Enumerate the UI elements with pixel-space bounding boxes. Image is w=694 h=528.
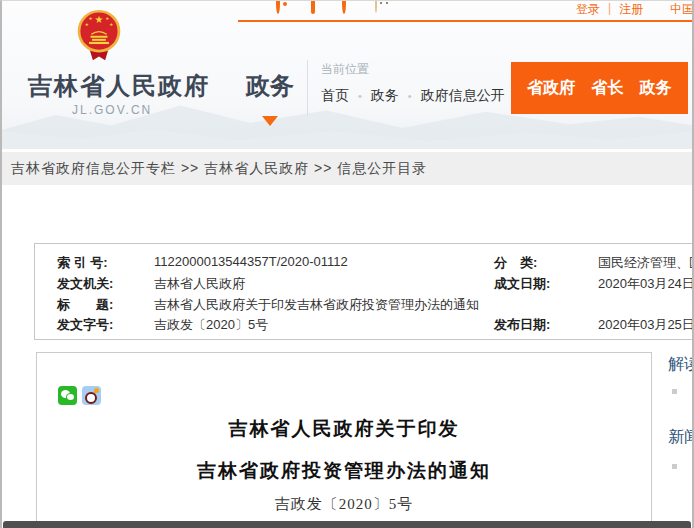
svg-text:★: ★ (105, 16, 109, 21)
site-domain: JL.GOV.CN (72, 103, 152, 117)
meta-label-doc-number: 发文字号: (57, 317, 113, 332)
meta-value-title: 吉林省人民政府关于印发吉林省政府投资管理办法的通知 (154, 297, 479, 312)
document-title-line2: 吉林省政府投资管理办法的通知 (37, 458, 651, 484)
login-link[interactable]: 登录 (576, 1, 600, 18)
meta-label-index: 索 引 号: (57, 255, 108, 270)
register-link[interactable]: 注册 (619, 1, 643, 18)
breadcrumb-zhengwu[interactable]: 政务 (371, 87, 399, 105)
window-bottom-edge (3, 521, 691, 528)
account-area: 登录 | 注册 (576, 1, 643, 18)
svg-text:★: ★ (89, 16, 93, 21)
document-meta-table: 索 引 号: 1122000013544357T/2020-01112 发文机关… (34, 243, 694, 340)
topbar-underline (238, 20, 694, 22)
meta-value-doc-number: 吉政发〔2020〕5号 (154, 317, 268, 332)
elder-mode-icon[interactable] (375, 0, 393, 13)
meta-value-publish-date: 2020年03月25日 (598, 317, 694, 332)
meta-label-written-date: 成文日期: (494, 276, 550, 291)
meta-value-written-date: 2020年03月24日 (598, 276, 694, 291)
document-title-line1: 吉林省人民政府关于印发 (37, 416, 651, 442)
meta-value-category: 国民经济管理、国有资产监管 (598, 255, 694, 270)
svg-text:★: ★ (85, 22, 89, 27)
svg-text:★: ★ (109, 22, 113, 27)
site-title[interactable]: 吉林省人民政府 (28, 70, 210, 102)
weibo-icon[interactable] (276, 0, 294, 13)
breadcrumb-separator-icon: • (408, 90, 412, 102)
mobile-icon[interactable] (309, 0, 327, 13)
document-number: 吉政发〔2020〕5号 (37, 495, 651, 514)
national-emblem-logo[interactable]: ★ ★ ★ ★ ★ (76, 8, 122, 62)
breadcrumb-info-disclosure[interactable]: 政府信息公开 (421, 87, 505, 105)
side-link-news[interactable]: 新闻 (668, 427, 694, 448)
site-header: ★ ★ ★ ★ ★ 吉林省人民政府 JL.GOV.CN 政务 当前位置 首页 •… (0, 0, 694, 149)
breadcrumb-separator-icon: • (358, 90, 362, 102)
wechat-icon[interactable] (243, 0, 261, 13)
weibo-share-icon[interactable] (82, 386, 101, 405)
meta-label-issuer: 发文机关: (57, 276, 113, 291)
share-bar (58, 386, 101, 405)
utility-icon-bar (243, 0, 393, 13)
svg-text:★: ★ (95, 15, 104, 26)
meta-label-publish-date: 发布日期: (494, 317, 550, 332)
bullet-square-icon (672, 464, 677, 469)
nav-item-zhengwu[interactable]: 政务 (640, 78, 672, 99)
tab-zhengwu[interactable]: 政务 (246, 70, 294, 102)
accessibility-icon[interactable] (342, 0, 360, 13)
document-body: 吉林省人民政府关于印发 吉林省政府投资管理办法的通知 吉政发〔2020〕5号 (36, 352, 652, 528)
path-bar-text[interactable]: 吉林省政府信息公开专栏 >> 吉林省人民政府 >> 信息公开目录 (11, 160, 427, 178)
current-location-label: 当前位置 (321, 61, 369, 78)
breadcrumb-home[interactable]: 首页 (321, 87, 349, 105)
login-register-divider: | (608, 1, 611, 18)
meta-label-category: 分 类: (494, 255, 537, 270)
caret-down-icon (262, 116, 278, 126)
path-bar: 吉林省政府信息公开专栏 >> 吉林省人民政府 >> 信息公开目录 (2, 152, 692, 185)
wechat-share-icon[interactable] (58, 386, 77, 405)
breadcrumb: 首页 • 政务 • 政府信息公开 (321, 87, 505, 105)
meta-value-index: 1122000013544357T/2020-01112 (154, 254, 348, 269)
bullet-square-icon (672, 389, 677, 394)
meta-value-issuer: 吉林省人民政府 (154, 276, 245, 291)
nav-item-governor[interactable]: 省长 (592, 78, 624, 99)
side-link-interpretation[interactable]: 解读 (668, 354, 694, 375)
meta-label-title: 标 题: (57, 297, 113, 312)
vertical-divider (307, 60, 308, 116)
china-gov-link[interactable]: 中国政府网 (670, 1, 694, 18)
nav-item-provincial-gov[interactable]: 省政府 (527, 78, 575, 99)
header-nav: 省政府 省长 政务 (511, 62, 688, 114)
side-link-column: 解读 新闻 (668, 354, 694, 469)
